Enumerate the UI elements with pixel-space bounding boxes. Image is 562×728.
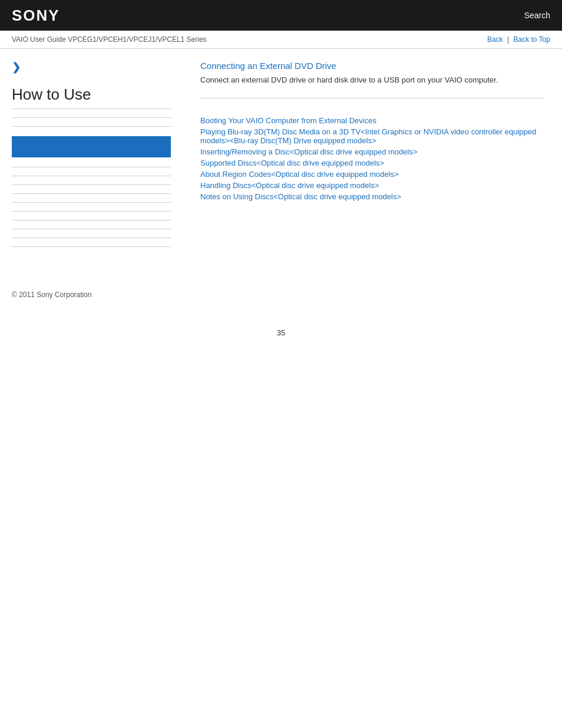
sidebar-divider-4 [12, 176, 171, 176]
sidebar-divider-10 [12, 229, 171, 229]
sidebar-divider-5 [12, 185, 171, 185]
featured-section: Connecting an External DVD Drive Connect… [200, 61, 544, 98]
content-link-2[interactable]: Inserting/Removing a Disc<Optical disc d… [200, 147, 544, 156]
breadcrumb-text: VAIO User Guide VPCEG1/VPCEH1/VPCEJ1/VPC… [12, 35, 207, 44]
sidebar-active-item[interactable] [12, 136, 171, 157]
links-section: Booting Your VAIO Computer from External… [200, 116, 544, 201]
content-link-1[interactable]: Playing Blu-ray 3D(TM) Disc Media on a 3… [200, 127, 544, 145]
sidebar-arrow[interactable]: ❯ [12, 61, 171, 74]
breadcrumb-bar: VAIO User Guide VPCEG1/VPCEH1/VPCEJ1/VPC… [0, 31, 562, 49]
sidebar-section-title: How to Use [12, 85, 171, 109]
main-container: ❯ How to Use Connecting an External DVD … [0, 49, 562, 255]
sidebar-divider-8 [12, 211, 171, 212]
sidebar: ❯ How to Use [0, 61, 183, 255]
sidebar-divider-9 [12, 220, 171, 220]
sidebar-divider-1 [12, 117, 171, 118]
sidebar-divider-7 [12, 202, 171, 203]
sidebar-divider-12 [12, 246, 171, 247]
content-link-6[interactable]: Notes on Using Discs<Optical disc drive … [200, 192, 544, 201]
content-area: Connecting an External DVD Drive Connect… [183, 61, 562, 255]
content-link-0[interactable]: Booting Your VAIO Computer from External… [200, 116, 544, 125]
featured-description: Connect an external DVD drive or hard di… [200, 74, 544, 86]
header: SONY Search [0, 0, 562, 31]
back-link[interactable]: Back [487, 35, 503, 44]
search-button[interactable]: Search [524, 11, 550, 20]
content-link-3[interactable]: Supported Discs<Optical disc drive equip… [200, 159, 544, 167]
page-number: 35 [0, 322, 562, 343]
sony-logo: SONY [12, 6, 60, 25]
content-link-4[interactable]: About Region Codes<Optical disc drive eq… [200, 170, 544, 179]
sidebar-divider-6 [12, 193, 171, 194]
nav-separator: | [507, 35, 509, 44]
sidebar-divider-11 [12, 238, 171, 238]
nav-links: Back | Back to Top [487, 35, 550, 44]
copyright: © 2011 Sony Corporation [12, 291, 92, 299]
sidebar-divider-2 [12, 126, 171, 127]
featured-link[interactable]: Connecting an External DVD Drive [200, 61, 544, 71]
sidebar-divider-3 [12, 167, 171, 167]
footer: © 2011 Sony Corporation [0, 279, 562, 311]
back-to-top-link[interactable]: Back to Top [514, 35, 550, 44]
content-link-5[interactable]: Handling Discs<Optical disc drive equipp… [200, 181, 544, 190]
